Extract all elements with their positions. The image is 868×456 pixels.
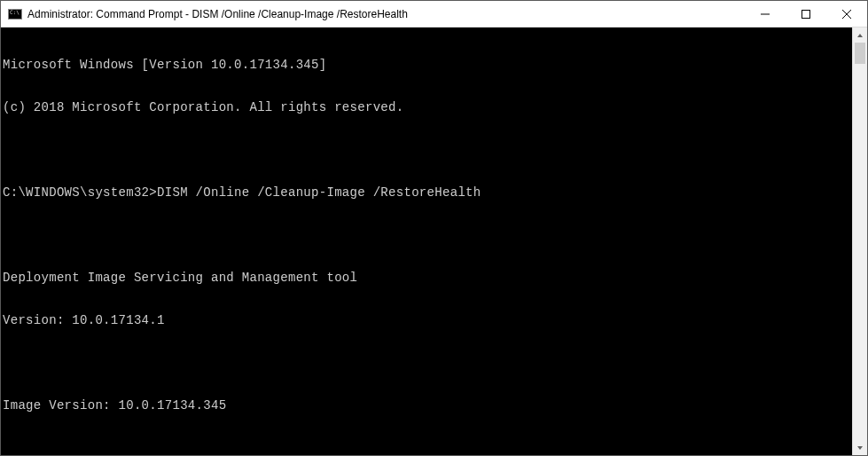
terminal-line: (c) 2018 Microsoft Corporation. All righ… <box>3 100 852 114</box>
minimize-icon <box>761 10 770 19</box>
scroll-track[interactable] <box>853 43 867 440</box>
content-area: Microsoft Windows [Version 10.0.17134.34… <box>1 28 867 455</box>
terminal-line: Image Version: 10.0.17134.345 <box>3 398 852 413</box>
terminal-line <box>3 441 852 455</box>
terminal-line: C:\WINDOWS\system32>DISM /Online /Cleanu… <box>3 185 852 200</box>
vertical-scrollbar[interactable] <box>852 28 867 455</box>
close-button[interactable] <box>826 1 867 27</box>
terminal-line <box>3 356 852 370</box>
close-icon <box>842 10 851 19</box>
scroll-thumb[interactable] <box>855 43 865 64</box>
maximize-button[interactable] <box>786 1 826 27</box>
maximize-icon <box>802 10 810 19</box>
terminal-line: Deployment Image Servicing and Managemen… <box>3 271 852 285</box>
minimize-button[interactable] <box>745 1 786 27</box>
window-controls <box>745 1 867 27</box>
svg-rect-1 <box>802 10 810 18</box>
chevron-down-icon <box>856 444 864 452</box>
chevron-up-icon <box>856 32 864 39</box>
scroll-up-button[interactable] <box>853 28 867 43</box>
terminal-line: Version: 10.0.17134.1 <box>3 313 852 327</box>
cmd-window: C:\ Administrator: Command Prompt - DISM… <box>0 0 868 456</box>
terminal-line: Microsoft Windows [Version 10.0.17134.34… <box>3 58 852 72</box>
scroll-down-button[interactable] <box>853 440 867 455</box>
app-icon: C:\ <box>8 7 22 21</box>
window-title: Administrator: Command Prompt - DISM /On… <box>27 8 745 20</box>
terminal-line <box>3 143 852 157</box>
titlebar[interactable]: C:\ Administrator: Command Prompt - DISM… <box>1 1 867 28</box>
terminal-line <box>3 228 852 242</box>
cmd-icon: C:\ <box>8 9 22 20</box>
terminal-output[interactable]: Microsoft Windows [Version 10.0.17134.34… <box>1 28 852 455</box>
